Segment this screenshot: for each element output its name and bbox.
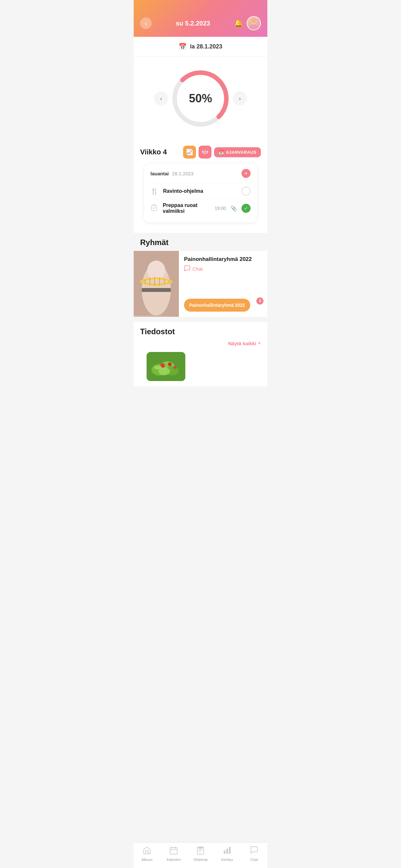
svg-point-1 [249, 25, 258, 30]
group-card: Painonhallintaryhmä 2022 Chat Painonhall… [134, 251, 267, 317]
chart-button[interactable]: 📈 [183, 146, 196, 159]
chat-link[interactable]: Chat [184, 265, 262, 273]
day-name: lauantai [150, 171, 169, 176]
day-header-left: lauantai 28.1.2023 [150, 171, 193, 176]
show-all-button[interactable]: Näytä kaikki + [228, 340, 261, 347]
food-button[interactable]: 🍽 [198, 146, 212, 159]
files-toolbar: Näytä kaikki + [134, 340, 267, 352]
group-top: Painonhallintaryhmä 2022 Chat [184, 256, 262, 276]
day-card: lauantai 28.1.2023 + 🍴 Ravinto-ohjelma [144, 164, 257, 222]
file-thumbnail[interactable] [147, 352, 185, 381]
food-icon: 🍽 [202, 149, 208, 156]
ajanvaraus-calendar-icon: 📅 [219, 150, 224, 155]
next-button[interactable]: › [233, 91, 247, 105]
chat-label: Chat [192, 266, 203, 272]
week-section: Viikko 4 📈 🍽 📅 AJANVARAUS [134, 141, 267, 164]
group-image [134, 251, 179, 317]
svg-point-22 [168, 362, 172, 366]
back-button[interactable]: ‹ [140, 18, 152, 29]
task-item: Preppaa ruoat valmiiksi 19:00 📎 ✓ [150, 199, 251, 217]
show-all-icon: + [257, 340, 261, 347]
day-date: 28.1.2023 [172, 171, 194, 176]
date-bar: 📅 la 28.1.2023 [134, 37, 267, 57]
svg-point-2 [251, 19, 256, 23]
group-button-label: Painonhallintaryhmä 2022 [189, 303, 245, 308]
task-name-2: Preppaa ruoat valmiiksi [163, 203, 209, 214]
back-icon: ‹ [145, 20, 147, 27]
header-date: su 5.2.2023 [176, 20, 210, 27]
selected-date: la 28.1.2023 [190, 43, 222, 50]
task-name-1: Ravinto-ohjelma [163, 188, 237, 194]
svg-point-8 [147, 260, 165, 280]
calendar-icon: 📅 [179, 42, 187, 51]
prev-icon: ‹ [160, 95, 162, 102]
ajanvaraus-button[interactable]: 📅 AJANVARAUS [214, 147, 261, 157]
clipboard-task-icon [150, 204, 158, 213]
chat-icon [184, 265, 190, 273]
chart-icon: 📈 [186, 149, 193, 156]
avatar[interactable] [247, 16, 261, 30]
prev-button[interactable]: ‹ [154, 91, 168, 105]
header-right: 🔔 [234, 16, 261, 30]
week-title: Viikko 4 [140, 148, 167, 156]
files-header: Tiedostot [134, 322, 267, 340]
next-icon: › [239, 95, 241, 102]
task-check-empty-1[interactable] [242, 187, 251, 196]
groups-title: Ryhmät [134, 233, 267, 251]
header: ‹ su 5.2.2023 🔔 [134, 0, 267, 37]
groups-section: Ryhmät [134, 233, 267, 317]
task-check-done-2[interactable]: ✓ [242, 204, 251, 213]
task-time-2: 19:00 [215, 206, 226, 211]
svg-point-23 [174, 366, 177, 369]
files-title: Tiedostot [140, 327, 175, 336]
add-day-button[interactable]: + [242, 169, 251, 178]
group-content: Painonhallintaryhmä 2022 Chat Painonhall… [179, 251, 267, 317]
progress-ring: 50% [168, 66, 233, 131]
group-button-wrapper: Painonhallintaryhmä 2022 3 [184, 299, 262, 312]
bell-icon[interactable]: 🔔 [234, 19, 243, 27]
group-join-button[interactable]: Painonhallintaryhmä 2022 [184, 299, 250, 312]
attachment-icon: 📎 [230, 206, 237, 212]
svg-rect-15 [142, 288, 171, 292]
day-header: lauantai 28.1.2023 + [150, 169, 251, 178]
food-task-icon: 🍴 [150, 187, 158, 195]
svg-point-24 [154, 366, 162, 369]
task-item: 🍴 Ravinto-ohjelma [150, 183, 251, 199]
week-actions: 📈 🍽 📅 AJANVARAUS [183, 146, 261, 159]
files-section: Tiedostot Näytä kaikki + [134, 322, 267, 392]
progress-percent: 50% [189, 92, 212, 105]
ajanvaraus-label: AJANVARAUS [226, 150, 256, 155]
progress-section: ‹ 50% › [134, 57, 267, 141]
files-list [134, 352, 267, 386]
group-badge: 3 [256, 298, 264, 305]
show-all-label: Näytä kaikki [228, 341, 256, 346]
group-name: Painonhallintaryhmä 2022 [184, 256, 262, 262]
add-icon: + [244, 170, 248, 176]
day-section: lauantai 28.1.2023 + 🍴 Ravinto-ohjelma [134, 164, 267, 233]
